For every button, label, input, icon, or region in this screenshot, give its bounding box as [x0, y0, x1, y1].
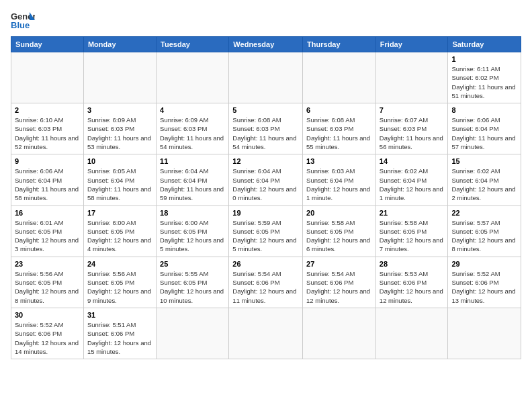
logo: General Blue [11, 11, 35, 30]
calendar-cell: 9Sunrise: 6:06 AM Sunset: 6:04 PM Daylig… [11, 154, 84, 205]
calendar-cell: 25Sunrise: 5:55 AM Sunset: 6:05 PM Dayli… [157, 257, 229, 308]
calendar-cell: 2Sunrise: 6:10 AM Sunset: 6:03 PM Daylig… [11, 103, 84, 154]
calendar-cell: 29Sunrise: 5:52 AM Sunset: 6:06 PM Dayli… [448, 257, 521, 308]
calendar-cell: 22Sunrise: 5:57 AM Sunset: 6:05 PM Dayli… [448, 205, 521, 257]
calendar-cell [448, 308, 521, 359]
calendar-cell: 12Sunrise: 6:04 AM Sunset: 6:04 PM Dayli… [229, 154, 303, 205]
calendar-week-1: 2Sunrise: 6:10 AM Sunset: 6:03 PM Daylig… [11, 103, 521, 154]
day-info: Sunrise: 6:08 AM Sunset: 6:03 PM Dayligh… [306, 116, 372, 151]
calendar-cell: 19Sunrise: 5:59 AM Sunset: 6:05 PM Dayli… [229, 205, 303, 257]
day-info: Sunrise: 5:58 AM Sunset: 6:05 PM Dayligh… [306, 218, 372, 254]
weekday-header-friday: Friday [375, 37, 448, 52]
svg-text:Blue: Blue [11, 20, 30, 30]
calendar-week-2: 9Sunrise: 6:06 AM Sunset: 6:04 PM Daylig… [11, 154, 521, 205]
calendar-cell: 14Sunrise: 6:02 AM Sunset: 6:04 PM Dayli… [375, 154, 448, 205]
weekday-header-sunday: Sunday [11, 37, 84, 52]
day-info: Sunrise: 5:58 AM Sunset: 6:05 PM Dayligh… [380, 218, 445, 254]
calendar-cell: 15Sunrise: 6:02 AM Sunset: 6:04 PM Dayli… [448, 154, 521, 205]
calendar-cell: 4Sunrise: 6:09 AM Sunset: 6:03 PM Daylig… [157, 103, 229, 154]
day-info: Sunrise: 5:54 AM Sunset: 6:06 PM Dayligh… [232, 269, 299, 305]
calendar-cell [375, 308, 448, 359]
calendar-cell: 1Sunrise: 6:11 AM Sunset: 6:02 PM Daylig… [448, 52, 521, 103]
day-number: 6 [306, 106, 372, 114]
calendar-cell [11, 52, 84, 103]
calendar-week-0: 1Sunrise: 6:11 AM Sunset: 6:02 PM Daylig… [11, 52, 521, 103]
day-info: Sunrise: 5:52 AM Sunset: 6:06 PM Dayligh… [451, 269, 517, 305]
calendar-cell: 24Sunrise: 5:56 AM Sunset: 6:05 PM Dayli… [83, 257, 156, 308]
page-header: General Blue [11, 11, 521, 30]
day-info: Sunrise: 6:04 AM Sunset: 6:04 PM Dayligh… [160, 167, 225, 202]
day-number: 8 [451, 106, 517, 114]
calendar-cell: 21Sunrise: 5:58 AM Sunset: 6:05 PM Dayli… [375, 205, 448, 257]
day-info: Sunrise: 5:56 AM Sunset: 6:05 PM Dayligh… [87, 269, 152, 305]
day-number: 9 [15, 157, 80, 165]
calendar-cell: 7Sunrise: 6:07 AM Sunset: 6:03 PM Daylig… [375, 103, 448, 154]
calendar-cell: 18Sunrise: 6:00 AM Sunset: 6:05 PM Dayli… [157, 205, 229, 257]
day-info: Sunrise: 6:10 AM Sunset: 6:03 PM Dayligh… [15, 116, 80, 151]
day-number: 3 [87, 106, 152, 114]
day-number: 31 [87, 311, 152, 319]
weekday-row: SundayMondayTuesdayWednesdayThursdayFrid… [11, 37, 521, 52]
day-number: 24 [87, 260, 152, 268]
calendar-body: 1Sunrise: 6:11 AM Sunset: 6:02 PM Daylig… [11, 52, 521, 359]
calendar-week-4: 23Sunrise: 5:56 AM Sunset: 6:05 PM Dayli… [11, 257, 521, 308]
day-info: Sunrise: 6:09 AM Sunset: 6:03 PM Dayligh… [87, 116, 152, 151]
day-number: 30 [15, 311, 80, 319]
day-number: 15 [451, 157, 517, 165]
day-info: Sunrise: 6:06 AM Sunset: 6:04 PM Dayligh… [15, 167, 80, 202]
calendar-header: SundayMondayTuesdayWednesdayThursdayFrid… [11, 37, 521, 52]
day-info: Sunrise: 6:00 AM Sunset: 6:05 PM Dayligh… [87, 218, 152, 254]
calendar-cell [303, 308, 376, 359]
day-number: 13 [306, 157, 372, 165]
calendar-week-3: 16Sunrise: 6:01 AM Sunset: 6:05 PM Dayli… [11, 205, 521, 257]
day-info: Sunrise: 5:59 AM Sunset: 6:05 PM Dayligh… [232, 218, 299, 254]
calendar-cell: 20Sunrise: 5:58 AM Sunset: 6:05 PM Dayli… [303, 205, 376, 257]
day-info: Sunrise: 5:52 AM Sunset: 6:06 PM Dayligh… [15, 320, 80, 356]
day-info: Sunrise: 6:03 AM Sunset: 6:04 PM Dayligh… [306, 167, 372, 202]
day-info: Sunrise: 6:02 AM Sunset: 6:04 PM Dayligh… [380, 167, 445, 202]
day-number: 22 [451, 209, 517, 217]
day-number: 19 [232, 209, 299, 217]
calendar-table: SundayMondayTuesdayWednesdayThursdayFrid… [11, 36, 521, 359]
day-info: Sunrise: 6:00 AM Sunset: 6:05 PM Dayligh… [160, 218, 225, 254]
weekday-header-saturday: Saturday [448, 37, 521, 52]
calendar-cell: 11Sunrise: 6:04 AM Sunset: 6:04 PM Dayli… [157, 154, 229, 205]
day-number: 5 [232, 106, 299, 114]
day-info: Sunrise: 5:57 AM Sunset: 6:05 PM Dayligh… [451, 218, 517, 254]
calendar-cell [157, 52, 229, 103]
day-number: 4 [160, 106, 225, 114]
weekday-header-thursday: Thursday [303, 37, 376, 52]
weekday-header-tuesday: Tuesday [157, 37, 229, 52]
day-info: Sunrise: 6:02 AM Sunset: 6:04 PM Dayligh… [451, 167, 517, 202]
day-info: Sunrise: 6:07 AM Sunset: 6:03 PM Dayligh… [380, 116, 445, 151]
day-info: Sunrise: 6:09 AM Sunset: 6:03 PM Dayligh… [160, 116, 225, 151]
day-number: 14 [380, 157, 445, 165]
calendar-cell: 31Sunrise: 5:51 AM Sunset: 6:06 PM Dayli… [83, 308, 156, 359]
calendar-cell [157, 308, 229, 359]
day-number: 20 [306, 209, 372, 217]
calendar-cell [83, 52, 156, 103]
calendar-cell: 16Sunrise: 6:01 AM Sunset: 6:05 PM Dayli… [11, 205, 84, 257]
day-info: Sunrise: 5:51 AM Sunset: 6:06 PM Dayligh… [87, 320, 152, 356]
day-number: 1 [451, 55, 517, 63]
day-info: Sunrise: 5:55 AM Sunset: 6:05 PM Dayligh… [160, 269, 225, 305]
day-number: 10 [87, 157, 152, 165]
day-number: 11 [160, 157, 225, 165]
day-number: 2 [15, 106, 80, 114]
calendar-cell [229, 52, 303, 103]
calendar-cell [229, 308, 303, 359]
day-number: 25 [160, 260, 225, 268]
day-info: Sunrise: 6:06 AM Sunset: 6:04 PM Dayligh… [451, 116, 517, 151]
logo-icon: General Blue [11, 11, 35, 30]
calendar-cell: 13Sunrise: 6:03 AM Sunset: 6:04 PM Dayli… [303, 154, 376, 205]
weekday-header-monday: Monday [83, 37, 156, 52]
day-info: Sunrise: 5:56 AM Sunset: 6:05 PM Dayligh… [15, 269, 80, 305]
day-number: 21 [380, 209, 445, 217]
calendar-cell: 3Sunrise: 6:09 AM Sunset: 6:03 PM Daylig… [83, 103, 156, 154]
day-number: 16 [15, 209, 80, 217]
day-number: 17 [87, 209, 152, 217]
calendar-cell: 8Sunrise: 6:06 AM Sunset: 6:04 PM Daylig… [448, 103, 521, 154]
day-number: 27 [306, 260, 372, 268]
day-number: 12 [232, 157, 299, 165]
day-info: Sunrise: 5:54 AM Sunset: 6:06 PM Dayligh… [306, 269, 372, 305]
